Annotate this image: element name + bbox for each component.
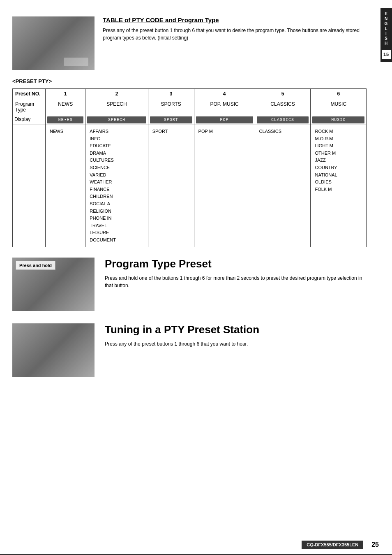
page-number: 25 bbox=[371, 541, 379, 548]
program-type-row: Program Type NEWS SPEECH SPORTS POP. MUS… bbox=[13, 99, 367, 115]
list-sport: SPORT bbox=[151, 127, 191, 136]
program-preset-section: Press and hold Program Type Preset Press… bbox=[12, 258, 367, 311]
lang-e: E bbox=[385, 12, 388, 16]
pt-pop: POP. MUSIC bbox=[194, 99, 255, 115]
header-1: 1 bbox=[46, 89, 85, 99]
section1-image: Press and hold bbox=[12, 258, 95, 311]
pty-table: Preset NO. 1 2 3 4 5 6 Program Type NEWS… bbox=[12, 88, 367, 247]
sidebar-page-number: 15 bbox=[382, 50, 391, 59]
preset-pty-heading: <PRESET PTY> bbox=[12, 78, 367, 84]
top-image bbox=[12, 16, 95, 70]
list-col2: AFFAIRSINFOEDUCATEDRAMACULTURESSCIENCEVA… bbox=[85, 125, 148, 247]
list-col3: SPORT bbox=[148, 125, 194, 247]
section2-img-placeholder bbox=[12, 323, 95, 377]
top-section: TABLE of PTY CODE and Program Type Press… bbox=[12, 16, 367, 70]
table-title: TABLE of PTY CODE and Program Type bbox=[103, 16, 367, 23]
header-5: 5 bbox=[255, 89, 311, 99]
pt-news: NEWS bbox=[46, 99, 85, 115]
program-type-label: Program Type bbox=[13, 99, 46, 115]
list-col5: CLASSICS bbox=[255, 125, 311, 247]
disp-6: MUSIC bbox=[311, 115, 367, 125]
list-classics: CLASSICS bbox=[258, 127, 308, 136]
lang-l: L bbox=[385, 26, 387, 31]
top-image-placeholder bbox=[12, 16, 95, 70]
list-col1: NEWS bbox=[46, 125, 85, 247]
header-4: 4 bbox=[194, 89, 255, 99]
section1-text: Program Type Preset Press and hold one o… bbox=[105, 258, 367, 289]
section2-description: Press any of the preset buttons 1 throug… bbox=[105, 340, 367, 348]
program-list-row: NEWS AFFAIRSINFOEDUCATEDRAMACULTURESSCIE… bbox=[13, 125, 367, 247]
bottom-bar: CQ-DFX555/DFX355LEN 25 bbox=[302, 541, 379, 549]
header-6: 6 bbox=[311, 89, 367, 99]
model-tag: CQ-DFX555/DFX355LEN bbox=[302, 541, 363, 549]
display-row: Display NE▪HS SPEECH SPORT POP CLASSICS … bbox=[13, 115, 367, 125]
list-news: NEWS bbox=[48, 127, 83, 136]
header-2: 2 bbox=[85, 89, 148, 99]
section2-title: Tuning in a PTY Preset Station bbox=[105, 323, 367, 336]
disp-1: NE▪HS bbox=[46, 115, 85, 125]
language-letters: E N G L I S H bbox=[385, 12, 388, 46]
lang-h: H bbox=[385, 41, 388, 46]
list-speech-group: AFFAIRSINFOEDUCATEDRAMACULTURESSCIENCEVA… bbox=[88, 127, 145, 245]
disp-5: CLASSICS bbox=[255, 115, 311, 125]
main-content: TABLE of PTY CODE and Program Type Press… bbox=[0, 8, 379, 397]
page-container: E N G L I S H 15 TABLE of PTY CODE and P… bbox=[0, 0, 392, 555]
pt-speech: SPEECH bbox=[85, 99, 148, 115]
pt-classics: CLASSICS bbox=[255, 99, 311, 115]
tuning-section: Tuning in a PTY Preset Station Press any… bbox=[12, 323, 367, 377]
disp-2: SPEECH bbox=[85, 115, 148, 125]
lang-g: G bbox=[385, 21, 388, 26]
lang-n: N bbox=[385, 16, 388, 21]
press-hold-label: Press and hold bbox=[16, 261, 55, 270]
top-text: TABLE of PTY CODE and Program Type Press… bbox=[103, 16, 367, 70]
list-col4: POP M bbox=[194, 125, 255, 247]
list-row-label bbox=[13, 125, 46, 247]
disp-4: POP bbox=[194, 115, 255, 125]
pt-music: MUSIC bbox=[311, 99, 367, 115]
section1-title: Program Type Preset bbox=[105, 258, 367, 270]
table-description: Press any of the preset button 1 through… bbox=[103, 27, 367, 42]
right-sidebar: E N G L I S H 15 bbox=[380, 8, 392, 62]
lang-i: I bbox=[385, 31, 387, 36]
lang-s: S bbox=[385, 36, 388, 41]
header-3: 3 bbox=[148, 89, 194, 99]
display-label: Display bbox=[13, 115, 46, 125]
section2-text: Tuning in a PTY Preset Station Press any… bbox=[105, 323, 367, 348]
table-header-row: Preset NO. 1 2 3 4 5 6 bbox=[13, 89, 367, 99]
section2-image bbox=[12, 323, 95, 377]
list-col6: ROCK MM.O.R.MLIGHT MOTHER MJAZZCOUNTRYNA… bbox=[311, 125, 367, 247]
list-music-group: ROCK MM.O.R.MLIGHT MOTHER MJAZZCOUNTRYNA… bbox=[313, 127, 364, 194]
list-pop: POP M bbox=[197, 127, 252, 136]
header-label: Preset NO. bbox=[13, 89, 46, 99]
disp-3: SPORT bbox=[148, 115, 194, 125]
pt-sports: SPORTS bbox=[148, 99, 194, 115]
section1-description: Press and hold one of the buttons 1 thro… bbox=[105, 274, 367, 289]
